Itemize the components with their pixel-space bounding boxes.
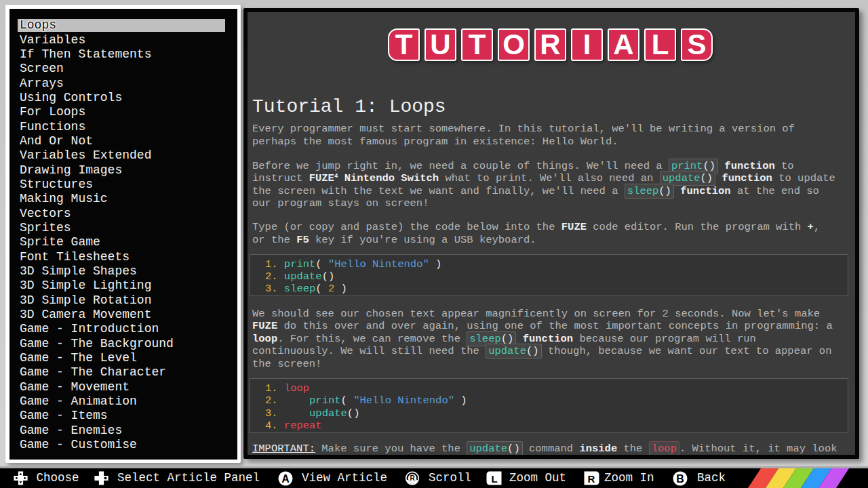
svg-text:R: R: [588, 473, 595, 485]
svg-text:A: A: [281, 472, 290, 484]
svg-text:L: L: [491, 473, 497, 485]
svg-text:B: B: [676, 472, 684, 484]
svg-text:R: R: [410, 474, 415, 482]
